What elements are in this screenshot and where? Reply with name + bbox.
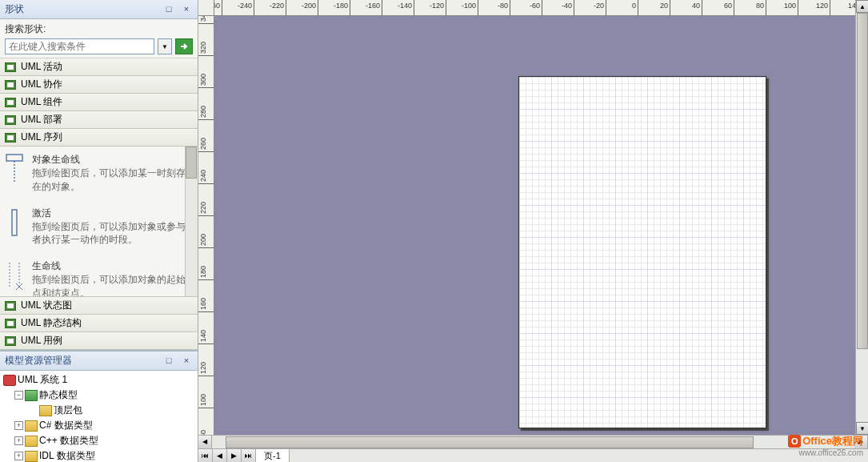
shape-title: 生命线 (32, 259, 190, 273)
stencil-uml-statechart[interactable]: UML 状态图 (0, 297, 198, 315)
stencil-label: UML 静态结构 (21, 316, 82, 330)
tree-node-idl[interactable]: +IDL 数据类型 (2, 448, 196, 462)
stencil-icon (5, 80, 16, 90)
expand-icon[interactable]: + (14, 436, 23, 445)
search-section: 搜索形状: ▼ (0, 19, 198, 58)
lifeline-icon (5, 259, 24, 291)
model-explorer-panel: 模型资源管理器 □ × UML 系统 1 −静态模型 顶层包 +C# 数据类型 … (0, 350, 198, 462)
tree-node-root[interactable]: UML 系统 1 (2, 372, 196, 388)
stencil-uml-usecase[interactable]: UML 用例 (0, 332, 198, 350)
stencil-uml-collaboration[interactable]: UML 协作 (0, 76, 198, 94)
stencil-uml-activity[interactable]: UML 活动 (0, 58, 198, 76)
ruler-tick: -220 (254, 0, 286, 15)
scroll-down-button[interactable]: ▼ (856, 422, 868, 435)
stencil-uml-deployment[interactable]: UML 部署 (0, 111, 198, 129)
model-panel-title: 模型资源管理器 (5, 354, 72, 368)
tab-nav-prev[interactable]: ◀ (213, 449, 227, 462)
search-dropdown-button[interactable]: ▼ (158, 38, 172, 54)
shape-object-lifeline[interactable]: 对象生命线拖到绘图页后，可以添加某一时刻存在的对象。 (0, 147, 198, 200)
shape-desc: 拖到绘图页后，可以添加某一时刻存在的对象。 (32, 167, 190, 194)
panel-close-icon[interactable]: × (180, 4, 193, 15)
collapse-icon[interactable]: − (14, 391, 23, 400)
ruler-tick: 300 (198, 56, 214, 88)
horizontal-ruler[interactable]: -260-240-220-200-180-160-140-120-100-80-… (214, 0, 855, 16)
ruler-tick: 20 (638, 0, 670, 15)
panel-close-icon[interactable]: × (180, 356, 193, 367)
ruler-tick: 140 (830, 0, 855, 15)
panel-maximize-icon[interactable]: □ (162, 356, 175, 367)
scroll-right-button[interactable]: ▶ (854, 436, 868, 448)
ruler-tick: 160 (198, 280, 214, 312)
vertical-ruler[interactable]: 3403203002802602402202001801601401201008… (198, 16, 214, 435)
tree-label: 顶层包 (54, 404, 82, 417)
tree-label: C++ 数据类型 (39, 434, 98, 448)
tab-nav-next[interactable]: ▶ (227, 449, 242, 462)
tree-node-static-model[interactable]: −静态模型 (2, 388, 196, 403)
search-label: 搜索形状: (5, 22, 193, 36)
stencil-icon (5, 62, 16, 72)
tree-node-cpp[interactable]: +C++ 数据类型 (2, 433, 196, 448)
ruler-tick: -200 (286, 0, 318, 15)
shape-activation[interactable]: 激活拖到绘图页后，可以添加对象或参与者执行某一动作的时段。 (0, 200, 198, 254)
model-panel-header: 模型资源管理器 □ × (0, 352, 198, 371)
stencil-list-top: UML 活动 UML 协作 UML 组件 UML 部署 UML 序列 (0, 58, 198, 147)
panel-maximize-icon[interactable]: □ (162, 4, 175, 15)
ruler-tick: 200 (198, 216, 214, 248)
scroll-h-thumb[interactable] (226, 436, 754, 448)
ruler-tick: 320 (198, 24, 214, 56)
ruler-tick: -260 (214, 0, 222, 15)
stencil-uml-sequence[interactable]: UML 序列 (0, 129, 198, 147)
stencil-label: UML 组件 (21, 95, 62, 109)
stencil-icon (5, 98, 16, 107)
expand-icon[interactable]: + (14, 421, 23, 430)
ruler-tick: -160 (350, 0, 382, 15)
stencil-icon (5, 115, 16, 125)
ruler-tick: 140 (198, 312, 214, 344)
ruler-corner (198, 0, 214, 16)
search-go-button[interactable] (175, 38, 193, 54)
app-root: 形状 □ × 搜索形状: ▼ UML 活动 (0, 0, 868, 462)
ruler-tick: -80 (478, 0, 510, 15)
scroll-up-button[interactable]: ▲ (856, 0, 868, 13)
scroll-v-thumb[interactable] (857, 13, 868, 349)
preview-scroll-thumb[interactable] (186, 147, 197, 179)
ruler-tick: 120 (798, 0, 830, 15)
preview-scrollbar[interactable] (185, 147, 198, 296)
ruler-tick: 280 (198, 88, 214, 120)
stencil-icon (5, 301, 16, 311)
tree-node-csharp[interactable]: +C# 数据类型 (2, 418, 196, 433)
canvas-viewport[interactable] (214, 16, 855, 435)
page-tab-1[interactable]: 页-1 (256, 449, 290, 462)
tab-nav-last[interactable]: ⏭ (242, 449, 256, 462)
ruler-tick: -20 (574, 0, 606, 15)
shapes-panel-header: 形状 □ × (0, 0, 198, 19)
ruler-tick: -120 (414, 0, 446, 15)
ruler-tick: 60 (702, 0, 734, 15)
shape-desc: 拖到绘图页后，可以添加对象或参与者执行某一动作的时段。 (32, 220, 190, 247)
expand-icon[interactable]: + (14, 452, 23, 460)
folder-icon (25, 420, 38, 432)
scroll-left-button[interactable]: ◀ (198, 436, 212, 448)
vertical-scrollbar[interactable]: ▲ ▼ (855, 0, 868, 435)
drawing-page[interactable] (518, 76, 766, 428)
tree-label: UML 系统 1 (18, 373, 67, 387)
tree-label: 静态模型 (39, 388, 78, 402)
shapes-panel-title: 形状 (5, 2, 24, 16)
folder-icon (25, 436, 38, 447)
shape-lifeline[interactable]: 生命线拖到绘图页后，可以添加对象的起始点和结束点。 (0, 253, 198, 297)
stencil-uml-static[interactable]: UML 静态结构 (0, 315, 198, 332)
activation-icon (5, 207, 24, 239)
tab-nav-first[interactable]: ⏮ (198, 449, 213, 462)
ruler-tick: 240 (198, 152, 214, 184)
ruler-tick: -240 (222, 0, 254, 15)
stencil-uml-component[interactable]: UML 组件 (0, 94, 198, 111)
search-input[interactable] (5, 38, 154, 54)
stencil-icon (5, 133, 16, 143)
ruler-tick: 120 (198, 344, 214, 376)
ruler-tick: 80 (198, 408, 214, 435)
horizontal-scrollbar[interactable]: ◀ ▶ (198, 435, 868, 448)
tree-node-top-package[interactable]: 顶层包 (2, 403, 196, 418)
stencil-label: UML 状态图 (21, 299, 72, 312)
shape-title: 对象生命线 (32, 153, 190, 167)
stencil-label: UML 用例 (21, 334, 62, 348)
